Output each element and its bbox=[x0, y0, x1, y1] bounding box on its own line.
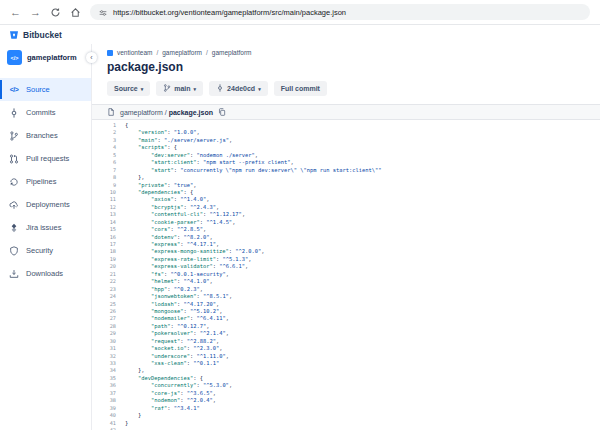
line-number[interactable]: 4 bbox=[92, 144, 116, 151]
code-line-text: } bbox=[116, 420, 128, 427]
line-number[interactable]: 3 bbox=[92, 137, 116, 144]
code-line: 12 "bcryptjs": "^2.4.3", bbox=[92, 204, 600, 211]
sidebar-item-pull-requests[interactable]: Pull requests bbox=[0, 147, 91, 170]
code-line: 7 "start": "concurrently \"npm run dev:s… bbox=[92, 167, 600, 174]
line-number[interactable]: 37 bbox=[92, 390, 116, 397]
line-number[interactable]: 29 bbox=[92, 330, 116, 337]
line-number[interactable]: 2 bbox=[92, 129, 116, 136]
bitbucket-wordmark[interactable]: Bitbucket bbox=[23, 30, 62, 40]
line-number[interactable]: 11 bbox=[92, 196, 116, 203]
line-number[interactable]: 33 bbox=[92, 360, 116, 367]
breadcrumb-repo[interactable]: gameplatform bbox=[212, 49, 252, 56]
line-number[interactable]: 14 bbox=[92, 219, 116, 226]
line-number[interactable]: 13 bbox=[92, 211, 116, 218]
code-line-text: "path": "^0.12.7", bbox=[116, 323, 209, 330]
line-number[interactable]: 40 bbox=[92, 412, 116, 419]
line-number[interactable]: 5 bbox=[92, 152, 116, 159]
sidebar-item-downloads[interactable]: Downloads bbox=[0, 262, 91, 285]
line-number[interactable]: 36 bbox=[92, 382, 116, 389]
home-icon[interactable] bbox=[70, 7, 81, 18]
address-bar[interactable]: https://bitbucket.org/ventionteam/gamepl… bbox=[90, 4, 590, 20]
line-number[interactable]: 22 bbox=[92, 278, 116, 285]
code-line: 28 "path": "^0.12.7", bbox=[92, 323, 600, 330]
line-number[interactable]: 31 bbox=[92, 345, 116, 352]
file-name: package.json bbox=[169, 109, 213, 116]
branch-icon bbox=[9, 131, 19, 141]
line-number[interactable]: 9 bbox=[92, 182, 116, 189]
code-line-text: "main": "./server/server.js", bbox=[116, 137, 232, 144]
copy-path-icon[interactable] bbox=[218, 108, 226, 117]
sidebar-item-commits[interactable]: Commits bbox=[0, 101, 91, 124]
app-header: Bitbucket bbox=[0, 25, 600, 44]
sidebar-item-pipelines[interactable]: Pipelines bbox=[0, 170, 91, 193]
sidebar-item-jira-issues[interactable]: Jira issues bbox=[0, 216, 91, 239]
line-number[interactable]: 24 bbox=[92, 293, 116, 300]
code-line-text: "start:client": "npm start --prefix clie… bbox=[116, 159, 294, 166]
branch-dropdown-button[interactable]: main ▾ bbox=[156, 81, 203, 96]
line-number[interactable]: 18 bbox=[92, 248, 116, 255]
file-path-prefix[interactable]: gameplatform / bbox=[120, 109, 169, 116]
sidebar-item-branches[interactable]: Branches bbox=[0, 124, 91, 147]
code-line: 8 }, bbox=[92, 174, 600, 181]
code-line-text: "dependencies": { bbox=[116, 189, 193, 196]
commit-dropdown-button[interactable]: 24de0cd ▾ bbox=[209, 81, 268, 96]
line-number[interactable]: 28 bbox=[92, 323, 116, 330]
breadcrumb-project[interactable]: gameplatform bbox=[162, 49, 202, 56]
line-number[interactable]: 30 bbox=[92, 338, 116, 345]
line-number[interactable]: 35 bbox=[92, 375, 116, 382]
sidebar-collapse-button[interactable]: ‹ bbox=[86, 52, 97, 63]
reload-icon[interactable] bbox=[50, 7, 61, 18]
repo-name: gameplatform bbox=[27, 53, 77, 62]
line-number[interactable]: 7 bbox=[92, 167, 116, 174]
sidebar-item-security[interactable]: Security bbox=[0, 239, 91, 262]
line-number[interactable]: 26 bbox=[92, 308, 116, 315]
code-line: 19 "express-rate-limit": "^5.1.3", bbox=[92, 256, 600, 263]
back-icon[interactable]: ← bbox=[10, 7, 21, 18]
line-number[interactable]: 16 bbox=[92, 234, 116, 241]
line-number[interactable]: 27 bbox=[92, 315, 116, 322]
full-commit-button[interactable]: Full commit bbox=[274, 81, 327, 96]
code-line-text: "devDependencies": { bbox=[116, 375, 203, 382]
sidebar-item-label: Security bbox=[26, 246, 53, 255]
line-number[interactable]: 21 bbox=[92, 271, 116, 278]
line-number[interactable]: 15 bbox=[92, 226, 116, 233]
source-dropdown-button[interactable]: Source ▾ bbox=[107, 81, 150, 96]
line-number[interactable]: 39 bbox=[92, 405, 116, 412]
code-line: 16 "dotenv": "^8.2.0", bbox=[92, 234, 600, 241]
line-number[interactable]: 6 bbox=[92, 159, 116, 166]
line-number[interactable]: 8 bbox=[92, 174, 116, 181]
code-line-text: "bcryptjs": "^2.4.3", bbox=[116, 204, 219, 211]
line-number[interactable]: 12 bbox=[92, 204, 116, 211]
repo-card[interactable]: </> gameplatform bbox=[0, 44, 91, 65]
line-number[interactable]: 32 bbox=[92, 353, 116, 360]
line-number[interactable]: 25 bbox=[92, 301, 116, 308]
code-line-text: }, bbox=[116, 174, 144, 181]
code-line: 35 "devDependencies": { bbox=[92, 375, 600, 382]
site-info-icon[interactable] bbox=[99, 3, 107, 21]
code-line-text: "nodemon": "^2.0.4", bbox=[116, 397, 216, 404]
code-line-text: { bbox=[116, 122, 128, 129]
line-number[interactable]: 19 bbox=[92, 256, 116, 263]
sidebar-item-source[interactable]: </>Source bbox=[0, 78, 91, 101]
bitbucket-logo-icon[interactable] bbox=[9, 26, 19, 44]
code-line: 2 "version": "1.0.0", bbox=[92, 129, 600, 136]
sidebar-item-deployments[interactable]: Deployments bbox=[0, 193, 91, 216]
line-number[interactable]: 20 bbox=[92, 263, 116, 270]
code-line-text: "request": "^2.88.2", bbox=[116, 338, 219, 345]
line-number[interactable]: 1 bbox=[92, 122, 116, 129]
line-number[interactable]: 10 bbox=[92, 189, 116, 196]
code-viewer[interactable]: 1{2 "version": "1.0.0",3 "main": "./serv… bbox=[92, 120, 600, 430]
code-line-text: "cors": "^2.8.5", bbox=[116, 226, 206, 233]
line-number[interactable]: 38 bbox=[92, 397, 116, 404]
code-line: 27 "nodemailer": "^6.4.11", bbox=[92, 315, 600, 322]
code-line-text: "hpp": "^0.2.3", bbox=[116, 286, 203, 293]
code-line-text: "dev:server": "nodemon ./server", bbox=[116, 152, 258, 159]
code-line: 6 "start:client": "npm start --prefix cl… bbox=[92, 159, 600, 166]
breadcrumb-workspace[interactable]: ventionteam bbox=[117, 49, 152, 56]
line-number[interactable]: 23 bbox=[92, 286, 116, 293]
line-number[interactable]: 17 bbox=[92, 241, 116, 248]
line-number[interactable]: 34 bbox=[92, 367, 116, 374]
code-line-text: "contentful-cli": "^1.12.17", bbox=[116, 211, 245, 218]
forward-icon[interactable]: → bbox=[30, 7, 41, 18]
line-number[interactable]: 41 bbox=[92, 420, 116, 427]
